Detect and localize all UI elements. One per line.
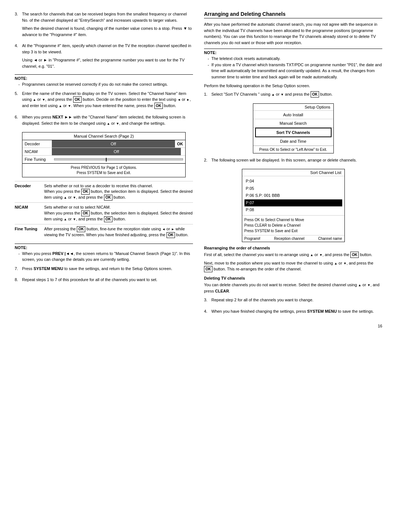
page-container: 3. The search for channels that can be r…	[15, 11, 382, 328]
item-4-para1: At the "Programme #" item, specify which…	[22, 43, 193, 55]
right-step4: 4. When you have finished changing the s…	[204, 308, 382, 317]
right-step1-content: Select "Sort TV Channels " using ▲ or ▼ …	[211, 91, 382, 100]
setup-options-title: Setup Options	[253, 104, 333, 111]
item-5-num: 5.	[15, 91, 20, 111]
setup-options-manual-search: Manual Search	[253, 119, 333, 128]
ms-ok-nicam	[181, 150, 185, 153]
right-step1-num: 1.	[204, 91, 209, 100]
right-intro: After you have performed the automatic c…	[204, 21, 382, 46]
perform-text: Perform the following operation in the S…	[204, 83, 382, 89]
ms-note-line2: Press SYSTEM to Save and Exit.	[24, 170, 184, 175]
note2-item-0: When you press PREV |◄◄, the screen retu…	[18, 251, 193, 263]
right-column: Arranging and Deleting Channels After yo…	[204, 11, 382, 328]
right-note-item-1: If you store a TV channel which transmit…	[208, 62, 382, 80]
ms-row-finetuning: Fine Tuning	[22, 156, 185, 163]
item-5-content: Enter the name of the channel to display…	[22, 91, 193, 111]
note2-label: NOTE:	[15, 244, 193, 250]
manual-search-box: Manual Channel Search (Page 2) Decoder O…	[22, 132, 186, 177]
ms-ok-decoder: OK	[175, 140, 186, 148]
footer-reception: Reception channel	[274, 237, 305, 241]
right-step3-num: 3.	[204, 297, 209, 305]
item-3-content: The search for channels that can be rece…	[22, 11, 193, 40]
sort-channel-item-2: P:06 S.P: 001 BBB	[244, 192, 342, 199]
setup-options-box: Setup Options Auto Install Manual Search…	[253, 103, 334, 153]
sort-channel-item-0: P:04	[244, 178, 342, 185]
sort-channel-box: Sort Channel List P:04 P:05 P:06 S.P: 00…	[242, 169, 345, 242]
sort-channel-list: P:04 P:05 P:06 S.P: 001 BBB P:07 P:08	[242, 176, 344, 215]
ms-row-decoder: Decoder Off OK	[22, 140, 185, 148]
ms-label-nicam: NICAM	[22, 148, 52, 155]
def-desc-finetuning: After pressing the OK button, fine-tune …	[44, 226, 193, 238]
ms-note-line1: Press PREVIOUS for Page 1 of Options.	[24, 165, 184, 170]
right-step1-text: Select "Sort TV Channels " using ▲ or ▼ …	[211, 91, 382, 97]
item-8-num: 8.	[15, 277, 20, 285]
item-8-content: Repeat steps 1 to 7 of this procedure fo…	[22, 277, 193, 285]
right-note-content: The teletext clock resets automatically.…	[204, 56, 382, 80]
item-4-content: At the "Programme #" item, specify which…	[22, 43, 193, 71]
def-term-decoder: Decoder	[15, 183, 40, 201]
left-column: 3. The search for channels that can be r…	[15, 11, 193, 328]
right-step2-content: The following screen will be displayed. …	[211, 157, 382, 166]
ms-row-nicam: NICAM Off	[22, 148, 185, 156]
def-term-finetuning: Fine Tuning	[15, 226, 40, 238]
item-7-content: Press SYSTEM MENU to save the settings, …	[22, 266, 193, 274]
item-6-num: 6.	[15, 114, 20, 128]
right-step3-content: Repeat step 2 for all of the channels yo…	[211, 297, 382, 305]
right-step1: 1. Select "Sort TV Channels " using ▲ or…	[204, 91, 382, 100]
rearranging-text-1: First of all, select the channel you wan…	[204, 252, 382, 258]
ms-label-finetuning: Fine Tuning	[22, 156, 52, 163]
def-row-nicam: NICAM Sets whether or not to select NICA…	[15, 202, 193, 224]
right-step2-num: 2.	[204, 157, 209, 166]
def-desc-nicam: Sets whether or not to select NICAM.When…	[44, 205, 193, 222]
item-7-num: 7.	[15, 266, 20, 274]
ms-slider-indicator	[106, 158, 107, 162]
def-term-nicam: NICAM	[15, 205, 40, 222]
rearranging-title: Rearranging the order of channels	[204, 246, 382, 250]
item-7-text: Press SYSTEM MENU to save the settings, …	[22, 266, 193, 272]
manual-search-title: Manual Channel Search (Page 2)	[22, 132, 185, 140]
right-step3-text: Repeat step 2 for all of the channels yo…	[211, 297, 382, 303]
item-3-para2: When the desired channel is found, chang…	[22, 25, 193, 38]
right-step3: 3. Repeat step 2 for all of the channels…	[204, 297, 382, 305]
setup-options-auto-install: Auto Install	[253, 111, 333, 119]
item-4-num: 4.	[15, 43, 20, 71]
item-8-text: Repeat steps 1 to 7 of this procedure fo…	[22, 277, 193, 283]
item-6-text: When you press NEXT ►► with the "Channel…	[22, 114, 193, 126]
item-7: 7. Press SYSTEM MENU to save the setting…	[15, 266, 193, 274]
item-3-para1: The search for channels that can be rece…	[22, 11, 193, 23]
item-3: 3. The search for channels that can be r…	[15, 11, 193, 40]
setup-options-note: Press OK to Select or "Left Arrow" to Ex…	[253, 146, 333, 153]
sort-channel-item-1: P:05	[244, 185, 342, 192]
sort-channel-note: Press OK to Select Channel to Move Press…	[242, 215, 344, 235]
ms-slider-container	[52, 157, 185, 162]
def-row-finetuning: Fine Tuning After pressing the OK button…	[15, 224, 193, 240]
item-4-para2: Using ◄ or ► in "Programme #", select th…	[22, 57, 193, 69]
def-row-decoder: Decoder Sets whether or not to use a dec…	[15, 181, 193, 202]
item-6: 6. When you press NEXT ►► with the "Chan…	[15, 114, 193, 128]
right-step2-text: The following screen will be displayed. …	[211, 157, 382, 163]
deleting-title: Deleting TV channels	[204, 276, 382, 280]
footer-program: Program#	[244, 237, 261, 241]
ms-value-decoder: Off	[52, 140, 175, 148]
right-step4-text: When you have finished changing the sett…	[211, 308, 382, 315]
ms-value-nicam: Off	[52, 148, 181, 155]
sort-channel-item-4: P:08	[244, 206, 342, 214]
item-3-num: 3.	[15, 11, 20, 40]
ms-slider	[54, 158, 183, 160]
item-6-content: When you press NEXT ►► with the "Channel…	[22, 114, 193, 128]
ms-label-decoder: Decoder	[22, 140, 52, 148]
right-note-label: NOTE:	[204, 49, 382, 55]
setup-options-date-and-time: Date and Time	[253, 137, 333, 146]
rearranging-text-2: Next, move to the position where you wan…	[204, 260, 382, 273]
right-step4-content: When you have finished changing the sett…	[211, 308, 382, 317]
note1-item-0: Programmes cannot be reserved correctly …	[18, 81, 193, 88]
note2-content: When you press PREV |◄◄, the screen retu…	[15, 251, 193, 263]
item-5-text: Enter the name of the channel to display…	[22, 91, 193, 109]
right-step4-num: 4.	[204, 308, 209, 317]
def-desc-decoder: Sets whether or not to use a decoder to …	[44, 183, 193, 201]
definitions-table: Decoder Sets whether or not to use a dec…	[15, 181, 193, 240]
manual-search-note: Press PREVIOUS for Page 1 of Options. Pr…	[22, 163, 185, 177]
item-4: 4. At the "Programme #" item, specify wh…	[15, 43, 193, 71]
item-8: 8. Repeat steps 1 to 7 of this procedure…	[15, 277, 193, 285]
deleting-text: You can delete channels you do not want …	[204, 282, 382, 294]
